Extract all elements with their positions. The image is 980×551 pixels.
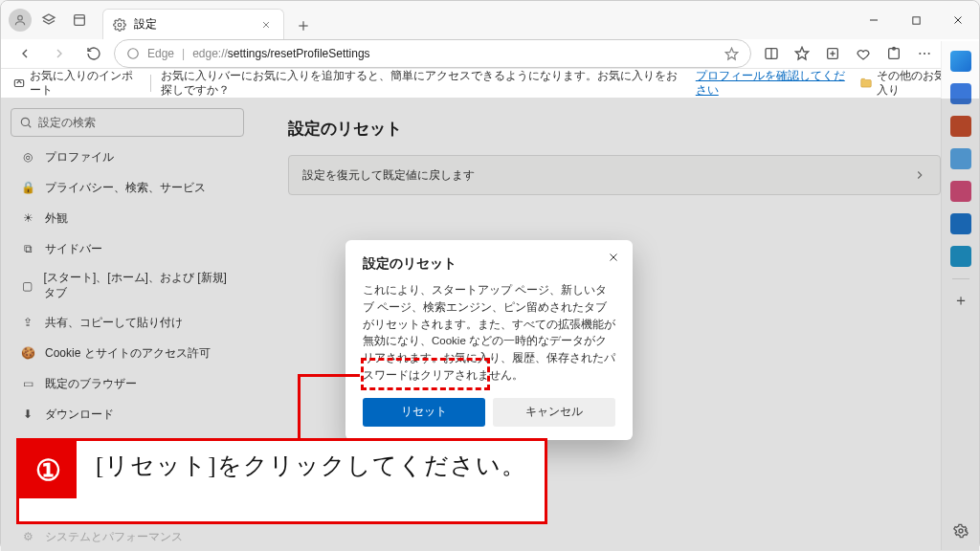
close-icon[interactable]: [258, 17, 274, 33]
tab-strip: 設定: [102, 1, 853, 39]
wallet-icon[interactable]: [849, 39, 878, 68]
svg-point-12: [128, 49, 139, 59]
annotation-text: [リセット]をクリックしてください。: [77, 441, 542, 490]
dialog-body: これにより、スタートアップ ページ、新しいタブ ページ、検索エンジン、ピン留めさ…: [363, 282, 615, 385]
folder-icon: [859, 77, 873, 90]
reset-dialog: 設定のリセット これにより、スタートアップ ページ、新しいタブ ページ、検索エン…: [345, 240, 633, 440]
minimize-button[interactable]: [853, 4, 895, 36]
svg-point-3: [118, 23, 122, 27]
favorites-icon[interactable]: [788, 39, 816, 68]
address-bar[interactable]: Edge | edge://settings/resetProfileSetti…: [114, 39, 751, 68]
extensions-icon[interactable]: [880, 39, 908, 68]
url-host: edge://: [192, 47, 228, 60]
url-product-label: Edge: [147, 47, 174, 60]
back-button[interactable]: [11, 39, 39, 68]
new-tab-button[interactable]: [290, 12, 317, 39]
svg-point-23: [924, 53, 925, 55]
dialog-close-button[interactable]: [604, 248, 623, 267]
more-icon[interactable]: [910, 39, 939, 68]
fav-message: お気に入りバーにお気に入りを追加すると、簡単にアクセスできるようになります。お気…: [161, 69, 685, 98]
collections-icon[interactable]: [818, 39, 847, 68]
split-screen-icon[interactable]: [757, 39, 786, 68]
svg-point-0: [18, 15, 23, 20]
refresh-button[interactable]: [79, 39, 108, 68]
svg-marker-13: [725, 48, 738, 59]
edge-icon: [126, 47, 140, 60]
strip-icon-copilot[interactable]: [950, 51, 971, 72]
star-icon[interactable]: [724, 47, 739, 61]
svg-point-22: [919, 53, 921, 55]
reset-button[interactable]: リセット: [363, 398, 485, 427]
tab-settings[interactable]: 設定: [102, 9, 284, 39]
tab-actions-icon[interactable]: [66, 7, 93, 33]
svg-rect-9: [912, 16, 919, 23]
fav-import[interactable]: お気に入りのインポート: [12, 69, 141, 98]
profile-avatar-icon[interactable]: [9, 9, 32, 32]
import-icon: [12, 77, 26, 90]
fav-import-label: お気に入りのインポート: [30, 69, 141, 98]
titlebar: 設定: [1, 1, 979, 39]
favorites-bar: お気に入りのインポート お気に入りバーにお気に入りを追加すると、簡単にアクセスで…: [1, 69, 979, 99]
browser-window: 設定 Edge | edge://settings/resetProfileSe…: [0, 0, 980, 551]
close-window-button[interactable]: [937, 4, 979, 36]
cancel-button[interactable]: キャンセル: [493, 398, 615, 427]
forward-button[interactable]: [45, 39, 74, 68]
svg-rect-1: [75, 15, 85, 26]
svg-point-24: [928, 53, 930, 55]
workspaces-icon[interactable]: [35, 7, 62, 33]
dialog-actions: リセット キャンセル: [363, 398, 615, 427]
toolbar-icons: [757, 39, 969, 68]
maximize-button[interactable]: [895, 4, 937, 36]
window-controls: [853, 4, 979, 36]
url-path: settings/resetProfileSettings: [228, 47, 370, 60]
annotation-callout: ① [リセット]をクリックしてください。: [16, 438, 547, 524]
dialog-title: 設定のリセット: [363, 255, 615, 273]
annotation-badge: ①: [19, 441, 77, 498]
tab-title: 設定: [134, 16, 157, 33]
url-bar: Edge | edge://settings/resetProfileSetti…: [1, 39, 979, 69]
gear-icon: [113, 18, 126, 32]
fav-link[interactable]: プロフィールを確認してください: [696, 69, 850, 98]
titlebar-left: [1, 7, 93, 33]
svg-marker-16: [795, 47, 808, 59]
